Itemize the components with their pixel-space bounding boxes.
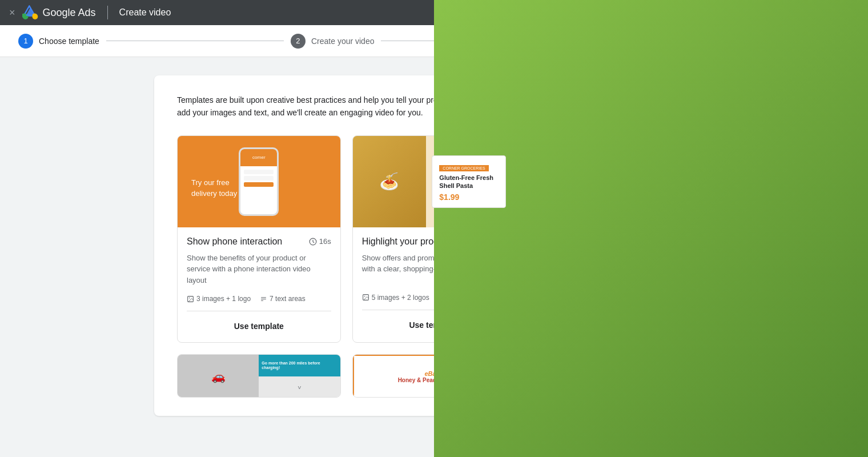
partial-card-1[interactable]: 🚗 Go more than 200 miles before charging… — [177, 354, 341, 398]
template-title-1: Show phone interaction — [187, 236, 282, 247]
thumbnail-tagline-1: Try our freedelivery today — [191, 178, 237, 198]
product-title-label: Gluten-Free Fresh Shell Pasta — [439, 174, 499, 190]
use-template-button-1[interactable]: Use template — [187, 319, 331, 333]
template-thumbnail-1: Try our freedelivery today corner — [178, 136, 340, 227]
app-name-label: Google Ads — [43, 7, 96, 19]
product-price-label: $1.99 — [439, 193, 499, 202]
partial-card-2[interactable]: eBalm Honey & Peach Exfoliating — [352, 354, 516, 398]
template-meta-1: 3 images + 1 logo 7 text areas — [187, 295, 331, 311]
svg-point-15 — [189, 298, 190, 299]
image-icon-1 — [187, 295, 194, 303]
phone-mockup: corner — [239, 147, 279, 216]
template-description-1: Show the benefits of your product or ser… — [187, 252, 331, 286]
topbar-divider — [107, 6, 108, 19]
partial-car-image: 🚗 — [178, 355, 259, 398]
google-ads-logo-icon — [22, 5, 38, 21]
step-connector-1-2 — [106, 41, 284, 41]
svg-point-18 — [364, 296, 365, 297]
app-logo: Google Ads — [22, 5, 96, 21]
close-button[interactable]: × — [9, 7, 15, 19]
meta-images-1: 3 images + 1 logo — [187, 295, 251, 303]
meta-text-label-1: 7 text areas — [270, 295, 306, 303]
clock-icon — [309, 238, 317, 246]
product-brand-label: CORNER GROCERIES — [439, 165, 488, 171]
partial-thumb-car: 🚗 Go more than 200 miles before charging… — [178, 355, 340, 398]
step-1[interactable]: 1 Choose template — [18, 34, 99, 49]
main-content: Templates are built upon creative best p… — [0, 57, 868, 434]
meta-images-label-1: 3 images + 1 logo — [196, 295, 251, 303]
partial-honey-image — [434, 354, 516, 398]
step-2-label: Create your video — [311, 37, 375, 46]
page-title: Create video — [119, 7, 171, 18]
text-icon-1 — [260, 295, 267, 303]
image-icon-2 — [362, 294, 369, 301]
product-info-card: CORNER GROCERIES Gluten-Free Fresh Shell… — [432, 155, 506, 208]
step-2[interactable]: 2 Create your video — [291, 34, 375, 49]
partial-template-row: 🚗 Go more than 200 miles before charging… — [177, 354, 691, 398]
food-image: 🍝 — [353, 136, 426, 227]
step-2-circle: 2 — [291, 34, 306, 49]
meta-text-1: 7 text areas — [260, 295, 306, 303]
phone-brand: corner — [252, 155, 266, 160]
partial-thumb-honey: eBalm Honey & Peach Exfoliating — [353, 355, 516, 398]
phone-content — [240, 166, 277, 192]
partial-promo-text: Go more than 200 miles before charging! — [259, 355, 340, 376]
step-1-label: Choose template — [39, 37, 99, 46]
svg-point-11 — [32, 13, 37, 18]
template-card-phone-interaction[interactable]: Try our freedelivery today corner — [177, 135, 341, 343]
template-info-1: Show phone interaction 16s Show the bene… — [178, 227, 340, 343]
meta-images-label-2: 5 images + 2 logos — [372, 294, 429, 302]
meta-images-2: 5 images + 2 logos — [362, 294, 429, 302]
partial-logo-area: V — [259, 376, 340, 398]
template-title-row-1: Show phone interaction 16s — [187, 236, 331, 247]
template-selector-card: Templates are built upon creative best p… — [154, 75, 714, 416]
template-duration-1: 16s — [309, 237, 331, 246]
step-1-circle: 1 — [18, 34, 33, 49]
